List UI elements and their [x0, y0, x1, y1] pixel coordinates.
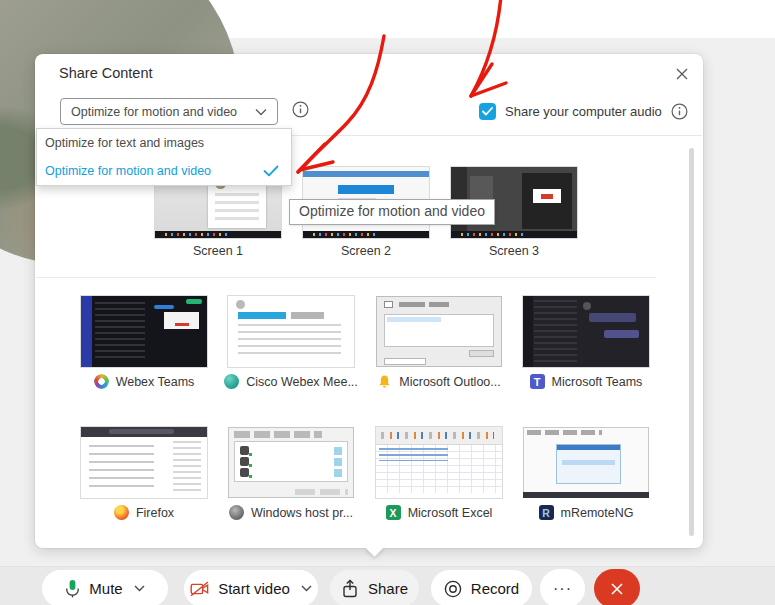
- optimize-dropdown-menu: Optimize for text and images Optimize fo…: [36, 128, 292, 186]
- optimize-dropdown[interactable]: Optimize for motion and video: [60, 98, 278, 125]
- chevron-down-icon[interactable]: [301, 585, 312, 592]
- thumbnail-art: [236, 300, 245, 309]
- record-button[interactable]: Record: [431, 570, 532, 605]
- audio-info-icon[interactable]: [671, 103, 688, 120]
- thumbnail-art: [95, 302, 145, 362]
- thumbnail-art: [376, 427, 502, 445]
- thumbnail-art: [384, 358, 427, 364]
- webex-meeting-window: Mute Start video Share Record ···: [0, 0, 775, 605]
- end-call-button[interactable]: [594, 569, 640, 605]
- app-label-text: Firefox: [136, 506, 174, 520]
- end-call-x-icon: [610, 582, 624, 596]
- thumbnail-art: [234, 431, 322, 437]
- cisco-webex-preview: [228, 296, 354, 367]
- thumbnail-art: [379, 448, 448, 461]
- webex-teams-icon: [94, 374, 109, 389]
- share-icon: [341, 579, 359, 598]
- scrollbar-thumb[interactable]: [689, 148, 694, 536]
- thumbnail-art: [399, 302, 449, 308]
- thumbnail-art: [291, 312, 324, 319]
- share-audio-checkbox[interactable]: [479, 103, 496, 120]
- outlook-reminder-bell-icon: [377, 374, 392, 389]
- thumbnail-art: [234, 441, 347, 482]
- more-options-dots: ···: [553, 580, 572, 598]
- section-divider: [36, 277, 656, 278]
- menu-item-motion-and-video[interactable]: Optimize for motion and video: [37, 157, 291, 185]
- app-mremoteng[interactable]: R mRemoteNG: [513, 427, 659, 520]
- video-off-icon: [190, 581, 209, 597]
- chevron-down-icon[interactable]: [134, 585, 145, 592]
- thumbnail-art: [240, 467, 342, 476]
- microphone-icon: [65, 579, 80, 598]
- thumbnail-art: [338, 185, 393, 194]
- share-audio-row: Share your computer audio: [479, 103, 688, 120]
- thumbnail-art: [384, 314, 495, 347]
- thumbnail-art: [154, 305, 174, 310]
- share-label: Share: [368, 580, 408, 597]
- firefox-preview: [81, 427, 207, 498]
- start-video-button[interactable]: Start video: [184, 570, 318, 605]
- app-microsoft-excel[interactable]: X Microsoft Excel: [366, 427, 512, 520]
- thumbnail-art: [556, 444, 622, 484]
- screen-2-label: Screen 2: [341, 244, 391, 258]
- menu-item-text-and-images[interactable]: Optimize for text and images: [37, 129, 291, 157]
- thumbnail-art: [81, 427, 207, 437]
- app-label-text: mRemoteNG: [561, 506, 634, 520]
- thumbnail-art: [589, 313, 637, 322]
- windows-host-icon: [229, 505, 244, 520]
- screen-1-label: Screen 1: [193, 244, 243, 258]
- app-webex-teams[interactable]: Webex Teams: [71, 296, 217, 389]
- checkmark-icon: [482, 107, 493, 116]
- thumbnail-art: [527, 430, 603, 435]
- mremoteng-icon: R: [539, 505, 554, 520]
- thumbnail-art: [523, 492, 649, 498]
- optimize-dropdown-value: Optimize for motion and video: [71, 105, 255, 119]
- thumbnail-art: [240, 456, 342, 465]
- thumbnail-art: [89, 445, 155, 489]
- thumbnail-taskbar: [155, 231, 281, 238]
- firefox-icon: [114, 505, 129, 520]
- mute-button[interactable]: Mute: [42, 570, 168, 605]
- thumbnail-art: [173, 441, 201, 492]
- app-firefox[interactable]: Firefox: [71, 427, 217, 520]
- share-button[interactable]: Share: [330, 570, 419, 605]
- excel-icon: X: [386, 505, 401, 520]
- record-label: Record: [471, 580, 519, 597]
- record-icon: [444, 580, 462, 598]
- app-label-text: Windows host pr...: [251, 506, 353, 520]
- webex-teams-preview: [81, 296, 207, 367]
- thumbnail-art: [303, 171, 429, 177]
- app-cisco-webex-meetings[interactable]: Cisco Webex Mee...: [218, 296, 364, 389]
- mremoteng-preview: [523, 427, 649, 498]
- close-button[interactable]: [671, 63, 693, 85]
- thumbnail-art: [384, 301, 393, 308]
- app-label-text: Webex Teams: [116, 375, 195, 389]
- outlook-preview: [376, 296, 502, 367]
- optimize-tooltip: Optimize for motion and video: [289, 199, 495, 225]
- share-audio-label: Share your computer audio: [505, 104, 662, 119]
- more-options-button[interactable]: ···: [540, 569, 585, 605]
- selected-checkmark-icon: [263, 165, 279, 177]
- thumbnail-art: [240, 445, 342, 454]
- thumbnail-art: [534, 300, 577, 362]
- menu-item-label: Optimize for motion and video: [45, 164, 211, 178]
- thumbnail-art: [523, 296, 533, 367]
- screen-3-label: Screen 3: [489, 244, 539, 258]
- optimize-info-icon[interactable]: [292, 101, 309, 118]
- app-windows-host-process[interactable]: Windows host pr...: [218, 427, 364, 520]
- thumbnail-art: [469, 350, 494, 357]
- excel-preview: [376, 427, 502, 498]
- windows-host-preview: [228, 427, 354, 498]
- thumbnail-art: [583, 302, 591, 310]
- thumbnail-art: [81, 296, 92, 367]
- chevron-down-icon: [255, 108, 267, 116]
- app-label-text: Microsoft Excel: [408, 506, 493, 520]
- app-microsoft-teams[interactable]: T Microsoft Teams: [513, 296, 659, 389]
- ms-teams-preview: [523, 296, 649, 367]
- app-label-text: Microsoft Outloo...: [399, 375, 500, 389]
- close-icon: [676, 68, 688, 80]
- app-microsoft-outlook[interactable]: Microsoft Outloo...: [366, 296, 512, 389]
- thumbnail-art: [604, 330, 639, 338]
- app-label-text: Cisco Webex Mee...: [246, 375, 358, 389]
- thumbnail-art: [238, 312, 286, 319]
